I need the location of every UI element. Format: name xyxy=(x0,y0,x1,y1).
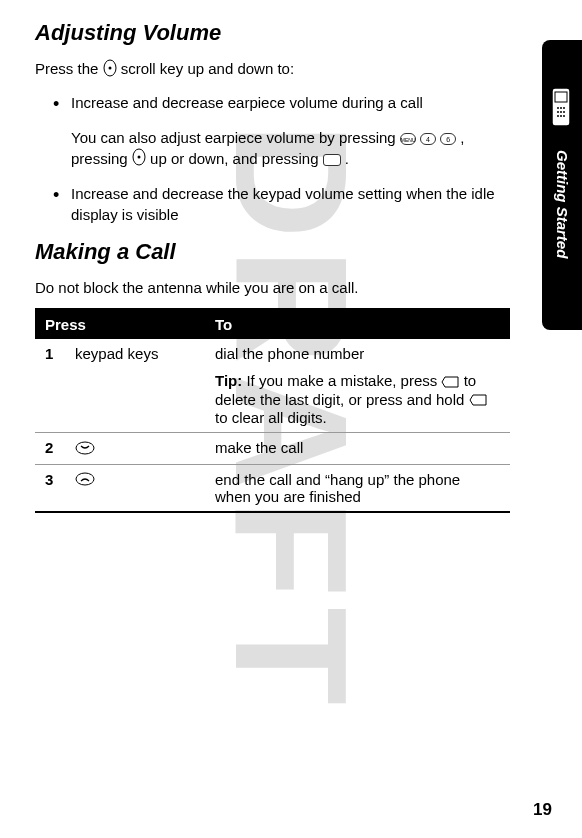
intro-paragraph-1: Press the scroll key up and down to: xyxy=(35,58,510,82)
intro-paragraph-2: Do not block the antenna while you are o… xyxy=(35,277,510,298)
text-fragment: . xyxy=(345,150,349,167)
text-fragment: You can also adjust earpiece volume by p… xyxy=(71,129,400,146)
page-number: 19 xyxy=(533,800,552,820)
table-row: 2 make the call xyxy=(35,433,510,465)
text-fragment: up or down, and pressing xyxy=(150,150,323,167)
svg-point-4 xyxy=(563,107,565,109)
svg-point-2 xyxy=(557,107,559,109)
sub-paragraph: You can also adjust earpiece volume by p… xyxy=(71,127,510,172)
end-call-key-icon xyxy=(75,472,95,489)
to-cell: make the call xyxy=(205,433,510,465)
column-header-press: Press xyxy=(35,309,205,339)
list-item: Increase and decrease earpiece volume du… xyxy=(53,92,510,172)
row-number: 1 xyxy=(35,339,65,433)
scroll-key-icon xyxy=(132,148,146,171)
four-key-icon: 4 xyxy=(420,133,436,145)
row-number: 2 xyxy=(35,433,65,465)
tip-block: Tip: If you make a mistake, press to del… xyxy=(215,372,500,426)
column-header-to: To xyxy=(205,309,510,339)
tip-label: Tip: xyxy=(215,372,242,389)
phone-device-icon xyxy=(548,82,576,132)
table-row: 3 end the call and “hang up” the phone w… xyxy=(35,464,510,512)
text-fragment: to clear all digits. xyxy=(215,409,327,426)
to-cell: end the call and “hang up” the phone whe… xyxy=(205,464,510,512)
heading-adjusting-volume: Adjusting Volume xyxy=(35,20,510,46)
table-row: 1 keypad keys dial the phone number Tip:… xyxy=(35,339,510,433)
text-fragment: scroll key up and down to: xyxy=(121,60,294,77)
text-fragment: Increase and decrease earpiece volume du… xyxy=(71,94,423,111)
delete-key-icon xyxy=(441,374,459,391)
svg-point-6 xyxy=(560,111,562,113)
press-cell xyxy=(65,433,205,465)
svg-point-9 xyxy=(560,115,562,117)
bullet-list: Increase and decrease earpiece volume du… xyxy=(35,92,510,226)
call-key-icon xyxy=(75,441,95,458)
text-fragment: Increase and decrease the keypad volume … xyxy=(71,185,495,223)
press-cell: keypad keys xyxy=(65,339,205,433)
svg-point-5 xyxy=(557,111,559,113)
scroll-key-icon xyxy=(103,59,117,82)
section-label: Getting Started xyxy=(554,150,571,258)
svg-point-15 xyxy=(137,156,140,159)
text-fragment: If you make a mistake, press xyxy=(242,372,441,389)
heading-making-a-call: Making a Call xyxy=(35,239,510,265)
delete-key-icon xyxy=(469,392,487,409)
svg-point-7 xyxy=(563,111,565,113)
svg-rect-1 xyxy=(555,92,567,102)
svg-point-8 xyxy=(557,115,559,117)
instruction-table: Press To 1 keypad keys dial the phone nu… xyxy=(35,308,510,513)
svg-point-3 xyxy=(560,107,562,109)
row-number: 3 xyxy=(35,464,65,512)
to-cell: dial the phone number Tip: If you make a… xyxy=(205,339,510,433)
press-cell xyxy=(65,464,205,512)
list-item: Increase and decrease the keypad volume … xyxy=(53,183,510,225)
svg-point-10 xyxy=(563,115,565,117)
soft-key-icon xyxy=(323,154,341,166)
menu-key-icon: MENU xyxy=(400,133,416,145)
svg-point-13 xyxy=(108,66,111,69)
six-key-icon: 6 xyxy=(440,133,456,145)
text-fragment: Press the xyxy=(35,60,103,77)
text-fragment: dial the phone number xyxy=(215,345,364,362)
